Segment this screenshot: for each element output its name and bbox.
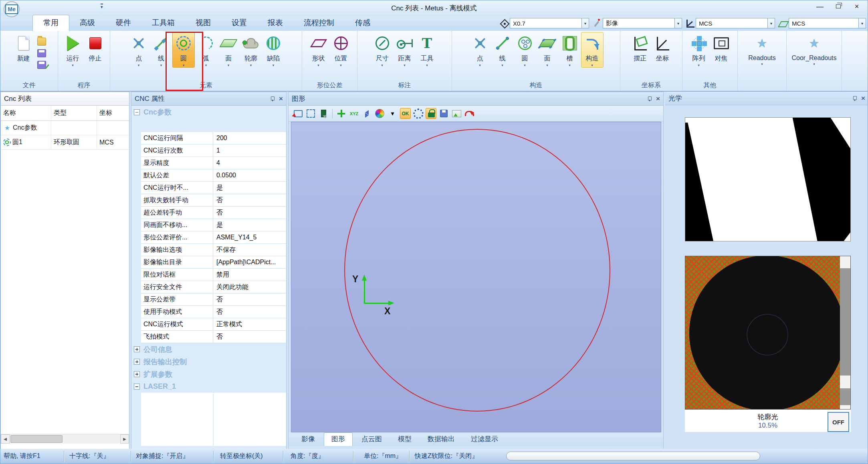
maximize-button[interactable]: [829, 0, 848, 12]
small-button-save[interactable]: [37, 49, 46, 57]
app-menu-button[interactable]: Me: [4, 1, 20, 17]
ribbon-button-轮廓[interactable]: 轮廓▾: [240, 32, 262, 68]
table-row[interactable]: Cnc参数: [1, 121, 129, 135]
zoom-window-icon[interactable]: [293, 108, 303, 119]
pin-icon[interactable]: [852, 96, 856, 101]
ribbon-button-停止[interactable]: 停止: [84, 32, 107, 63]
ribbon-tab-6[interactable]: 报表: [257, 15, 293, 31]
property-value[interactable]: 否: [213, 306, 286, 318]
view-tab-0[interactable]: 影像: [294, 433, 322, 446]
chevron-down-icon[interactable]: ▾: [582, 18, 589, 28]
ribbon-button-尺寸[interactable]: 尺寸▾: [371, 32, 394, 68]
ribbon-tab-7[interactable]: 流程控制: [293, 15, 345, 31]
ribbon-button-Readouts[interactable]: Readouts▾: [747, 32, 777, 66]
ok-confirm-icon[interactable]: OK: [400, 108, 411, 119]
selection-ring-icon[interactable]: [413, 108, 424, 119]
expand-icon[interactable]: [134, 346, 140, 352]
chevron-down-icon[interactable]: ▾: [675, 18, 682, 28]
close-icon[interactable]: ×: [656, 95, 660, 102]
status-item-1[interactable]: 十字线:『关』: [69, 452, 109, 460]
ribbon-tab-8[interactable]: 传感: [345, 15, 381, 31]
expand-icon[interactable]: [134, 384, 140, 390]
ribbon-button-工具[interactable]: 工具▾: [416, 32, 438, 68]
property-value[interactable]: 不保存: [213, 244, 286, 256]
ribbon-tab-1[interactable]: 高级: [69, 15, 105, 31]
ribbon-button-摆正[interactable]: 摆正: [629, 32, 651, 63]
collapsed-group-报告输出控制[interactable]: 报告输出控制: [131, 356, 286, 368]
property-value[interactable]: 否: [213, 293, 286, 305]
pin-icon[interactable]: [270, 96, 274, 101]
ribbon-tab-5[interactable]: 设置: [221, 15, 257, 31]
ribbon-button-面[interactable]: 面▾: [536, 32, 559, 68]
graphics-canvas[interactable]: Y X: [291, 122, 661, 432]
small-button-save-as[interactable]: [37, 61, 46, 69]
ribbon-button-点[interactable]: 点▾: [127, 32, 150, 68]
scroll-left-arrow-icon[interactable]: ◀: [1, 434, 10, 444]
ribbon-button-距离[interactable]: 距离▾: [394, 32, 416, 68]
combo-value-3[interactable]: MCS: [789, 18, 859, 28]
dropdown-arrow-icon[interactable]: ▾: [387, 108, 398, 119]
ribbon-button-位置[interactable]: 位置▾: [330, 32, 352, 68]
ribbon-button-线[interactable]: 线▾: [491, 32, 514, 68]
ribbon-button-线[interactable]: 线▾: [150, 32, 172, 68]
collapsed-group-LASER_1[interactable]: LASER_1: [131, 380, 286, 393]
minimize-button[interactable]: —: [811, 0, 829, 12]
collapsed-group-扩展参数[interactable]: 扩展参数: [131, 368, 286, 380]
ribbon-button-运行[interactable]: 运行▾: [62, 32, 84, 68]
status-item-2[interactable]: 对象捕捉:『开启』: [136, 452, 189, 460]
column-header-type[interactable]: 类型: [51, 106, 97, 121]
ribbon-tab-0[interactable]: 常用: [32, 15, 69, 31]
horizontal-scrollbar[interactable]: ◀ ▶: [1, 434, 129, 444]
ribbon-button-Coor_Readouts[interactable]: Coor_Readouts▾: [790, 32, 838, 66]
switch-arrows-icon[interactable]: [361, 108, 372, 119]
status-item-4[interactable]: 角度:『度』: [291, 452, 324, 460]
collapse-icon[interactable]: [134, 109, 140, 115]
ribbon-button-构造[interactable]: 构造▾: [581, 32, 604, 68]
property-value[interactable]: [AppPath]\CADPict...: [213, 256, 286, 268]
ribbon-button-圆[interactable]: 圆▾: [172, 32, 195, 68]
ribbon-button-面[interactable]: 面▾: [217, 32, 240, 68]
property-value[interactable]: 200: [213, 132, 286, 144]
view-tab-2[interactable]: 点云图: [354, 433, 389, 446]
property-value[interactable]: 是: [213, 182, 286, 194]
property-value[interactable]: 1: [213, 145, 286, 157]
close-button[interactable]: ×: [848, 0, 866, 12]
zoom-fit-icon[interactable]: [305, 108, 316, 119]
scrollbar-thumb[interactable]: [840, 268, 850, 376]
combo-value-0[interactable]: X0.7: [510, 18, 582, 28]
ribbon-tab-4[interactable]: 视图: [185, 15, 221, 31]
ribbon-tab-2[interactable]: 硬件: [105, 15, 141, 31]
measured-circle[interactable]: [344, 129, 610, 412]
status-item-3[interactable]: 转至极坐标(关): [220, 452, 263, 460]
scene-image-icon[interactable]: [451, 108, 462, 119]
close-icon[interactable]: ×: [279, 95, 283, 102]
doc-preview-icon[interactable]: [318, 108, 329, 119]
property-group-row[interactable]: Cnc参数: [131, 106, 286, 119]
view-tab-4[interactable]: 数据输出: [420, 433, 462, 446]
property-value[interactable]: 禁用: [213, 269, 286, 281]
property-value[interactable]: 否: [213, 207, 286, 219]
combo-value-2[interactable]: MCS: [696, 18, 768, 28]
expand-icon[interactable]: [134, 371, 140, 377]
ribbon-tab-3[interactable]: 工具箱: [141, 15, 185, 31]
crosshair-plus-icon[interactable]: [336, 108, 347, 119]
property-value[interactable]: 正常模式: [213, 318, 286, 330]
ribbon-button-缺陷[interactable]: 缺陷▾: [262, 32, 285, 68]
small-button-open-folder[interactable]: [37, 38, 46, 46]
view-tab-3[interactable]: 模型: [391, 433, 419, 446]
status-item-6[interactable]: 快速Z软限位:『关闭』: [415, 452, 478, 460]
chevron-down-icon[interactable]: ▾: [768, 18, 775, 28]
collapsed-group-公司信息[interactable]: 公司信息: [131, 343, 286, 356]
ribbon-button-对焦[interactable]: 对焦: [710, 32, 733, 63]
ribbon-button-阵列[interactable]: 阵列▾: [688, 32, 710, 68]
table-row[interactable]: 圆1环形取圆MCS: [1, 135, 129, 150]
property-value[interactable]: 4: [213, 157, 286, 169]
property-value[interactable]: 0.0500: [213, 169, 286, 181]
ribbon-button-新建[interactable]: 新建: [12, 32, 35, 63]
ribbon-button-弧[interactable]: 弧▾: [195, 32, 217, 68]
lock-icon[interactable]: [426, 108, 436, 119]
ribbon-button-形状[interactable]: 形状▾: [307, 32, 330, 68]
view-tab-5[interactable]: 过滤显示: [464, 433, 505, 446]
column-header-name[interactable]: 名称: [1, 106, 51, 121]
property-value[interactable]: 否: [213, 194, 286, 206]
